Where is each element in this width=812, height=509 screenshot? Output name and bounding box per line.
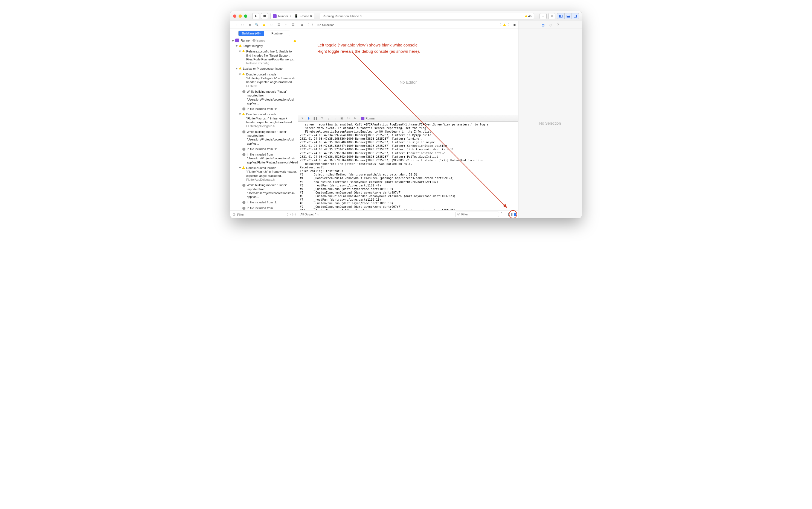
issue-project-root[interactable]: Runner 46 issues [230, 38, 298, 43]
open-in-new-window-icon[interactable]: ▣ [513, 23, 516, 27]
toggle-debug-button[interactable] [564, 13, 571, 19]
issue-item[interactable]: Release.xcconfig line 3: Unable to find … [230, 49, 298, 66]
step-into-icon[interactable]: ↓ [327, 116, 331, 120]
toggle-navigator-button[interactable] [557, 13, 564, 19]
bottom-pane-icon [567, 15, 570, 18]
warning-icon [525, 15, 528, 17]
tab-buildtime[interactable]: Buildtime (46) [239, 31, 264, 36]
clear-console-button[interactable] [502, 212, 505, 216]
output-selector[interactable]: All Output ⌃⌄ [301, 213, 319, 216]
related-items-icon[interactable]: ▦ [301, 23, 303, 27]
debug-console-output[interactable]: screen reporting is enabled. Call +[FIRA… [298, 122, 518, 211]
step-over-icon[interactable]: ↷ [320, 116, 324, 120]
symbol-navigator-tab[interactable]: ≣ [247, 23, 252, 27]
inspector-tabs: ▤ ◷ ? [519, 21, 582, 28]
zoom-window-button[interactable] [244, 14, 247, 18]
warning-icon [239, 67, 242, 69]
breakpoint-navigator-tab[interactable]: ⌁ [283, 23, 288, 27]
annotation-text: Left toggle (“Variable View”) shows blan… [317, 42, 420, 55]
app-icon [273, 14, 277, 18]
issue-subitem[interactable]: iIn file included from :1: [230, 146, 298, 152]
console-filter: ⦿ [455, 212, 499, 217]
disclosure-icon [232, 40, 234, 42]
help-inspector-tab[interactable]: ? [557, 23, 559, 27]
debug-toolbar: ▾ ◗ ❚❚ ↷ ↓ ↑ ▣ ✂ ➤ Runner [298, 115, 518, 122]
minimize-window-button[interactable] [239, 14, 242, 18]
warning-icon [263, 24, 266, 26]
step-out-icon[interactable]: ↑ [333, 116, 337, 120]
source-control-navigator-tab[interactable]: ⬚ [240, 23, 245, 27]
issue-group[interactable]: Lexical or Preprocessor Issue [230, 66, 298, 71]
stop-icon [263, 15, 266, 17]
code-review-button[interactable]: ⇄ [548, 13, 555, 19]
navigator-filter-input[interactable] [237, 213, 285, 216]
debug-console-footer: All Output ⌃⌄ ⦿ [298, 210, 518, 218]
issue-subitem[interactable]: iWhile building module 'Flutter' importe… [230, 129, 298, 146]
info-icon: i [242, 90, 245, 93]
library-add-button[interactable]: + [539, 13, 546, 19]
prev-issue-button[interactable]: 〈 [498, 23, 501, 27]
pause-icon[interactable]: ❚❚ [314, 116, 317, 120]
project-navigator-tab[interactable]: ▢ [232, 23, 238, 27]
console-filter-input[interactable] [461, 213, 497, 216]
process-label[interactable]: Runner [366, 117, 375, 120]
scheme-app-label: Runner [278, 14, 288, 18]
hide-debug-icon[interactable]: ▾ [301, 116, 304, 120]
close-window-button[interactable] [233, 14, 237, 18]
tab-runtime[interactable]: Runtime [264, 31, 290, 36]
recent-filter-icon[interactable] [287, 213, 290, 216]
jump-bar: ▦ 〈 〉 No Selection 〈 〉 ▣ [298, 21, 518, 28]
console-view-toggle[interactable] [512, 213, 516, 216]
toggle-inspector-button[interactable] [571, 13, 579, 19]
issue-subitem[interactable]: iIn file included from :1: [230, 200, 298, 205]
right-pane-icon [574, 15, 577, 18]
warning-icon [242, 113, 245, 115]
xcode-window: Runner 〉 📱 iPhone 6 Running Runner on iP… [230, 11, 582, 218]
warning-icon [293, 39, 296, 42]
run-button[interactable] [252, 13, 259, 19]
warning-icon [239, 44, 242, 47]
issue-subitem[interactable]: iWhile building module 'Flutter' importe… [230, 182, 298, 200]
issue-subitem[interactable]: iIn file included from /Users/kris/Proje… [230, 205, 298, 210]
issue-item[interactable]: Double-quoted include "FlutterMacros.h" … [230, 111, 298, 129]
warning-icon [242, 73, 245, 75]
info-icon: i [242, 207, 245, 210]
issue-subitem[interactable]: iWhile building module 'Flutter' importe… [230, 89, 298, 106]
file-inspector-tab[interactable]: ▤ [541, 23, 544, 27]
debug-navigator-tab[interactable]: ☰ [276, 23, 281, 27]
next-issue-button[interactable]: 〉 [508, 23, 511, 27]
scheme-device-label: iPhone 6 [300, 14, 312, 18]
issue-list[interactable]: Runner 46 issues Target IntegrityRelease… [230, 38, 298, 210]
warning-icon [242, 50, 245, 52]
back-button[interactable]: 〈 [306, 23, 309, 27]
issue-group[interactable]: Target Integrity [230, 43, 298, 49]
test-navigator-tab[interactable]: ◇ [269, 23, 274, 27]
scheme-selector[interactable]: Runner 〉 📱 iPhone 6 [270, 13, 314, 20]
filter-icon: ⦿ [457, 213, 460, 216]
breakpoints-icon[interactable]: ◗ [307, 116, 311, 120]
issue-navigator-tab[interactable] [261, 23, 267, 27]
chevron-right-icon: 〉 [290, 14, 293, 18]
report-navigator-tab[interactable]: ☰ [291, 23, 296, 27]
view-hierarchy-icon[interactable]: ▣ [340, 116, 344, 120]
memory-graph-icon[interactable]: ✂ [346, 116, 350, 120]
issue-item[interactable]: Double-quoted include "FlutterAppDelegat… [230, 72, 298, 89]
play-icon [255, 15, 257, 18]
issue-item[interactable]: Double-quoted include "FlutterPlugin.h" … [230, 165, 298, 182]
variable-view-toggle[interactable] [508, 213, 511, 216]
find-navigator-tab[interactable]: 🔍 [254, 23, 259, 27]
info-icon: i [242, 153, 245, 156]
device-icon: 📱 [294, 14, 298, 18]
project-issue-count: 46 issues [252, 39, 265, 42]
location-icon[interactable]: ➤ [353, 116, 357, 120]
status-warning-count[interactable]: 46 [525, 14, 532, 18]
errors-only-filter-icon[interactable] [292, 213, 296, 216]
forward-button[interactable]: 〉 [312, 23, 315, 27]
activity-status-bar[interactable]: Running Runner on iPhone 6 46 [320, 13, 534, 20]
stop-button[interactable] [261, 13, 268, 19]
history-inspector-tab[interactable]: ◷ [549, 23, 552, 27]
issue-subitem[interactable]: iIn file included from :1: [230, 106, 298, 111]
process-icon [361, 117, 365, 120]
navigator-tabs: ▢ ⬚ ≣ 🔍 ◇ ☰ ⌁ ☰ [230, 21, 298, 28]
issue-subitem[interactable]: iIn file included from /Users/kris/Proje… [230, 152, 298, 165]
